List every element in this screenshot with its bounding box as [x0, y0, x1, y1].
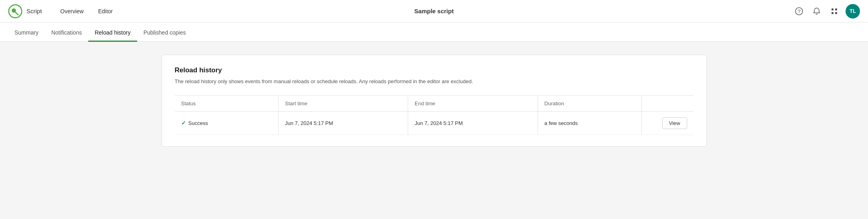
- notifications-bell-button[interactable]: [810, 5, 823, 18]
- cell-start-time: Jun 7, 2024 5:17 PM: [278, 111, 408, 135]
- reload-history-table: Status Start time End time Duration ✓ Su…: [175, 95, 694, 135]
- col-header-status: Status: [175, 95, 279, 111]
- view-button[interactable]: View: [662, 117, 687, 129]
- app-type-label: Script: [26, 8, 42, 14]
- svg-rect-6: [835, 8, 837, 10]
- col-header-end-time: End time: [408, 95, 538, 111]
- svg-rect-7: [832, 12, 834, 14]
- cell-end-time: Jun 7, 2024 5:17 PM: [408, 111, 538, 135]
- tab-published-copies[interactable]: Published copies: [137, 25, 192, 42]
- cell-status: ✓ Success: [175, 111, 279, 135]
- description-text: The reload history only shows events fro…: [175, 78, 473, 84]
- help-button[interactable]: ?: [793, 5, 805, 18]
- cell-duration: a few seconds: [538, 111, 641, 135]
- logo-area: Script: [8, 4, 42, 18]
- user-avatar[interactable]: TL: [846, 4, 860, 18]
- cell-action: View: [641, 111, 693, 135]
- main-content: Reload history The reload history only s…: [0, 42, 868, 219]
- success-check-icon: ✓: [181, 120, 186, 126]
- col-header-duration: Duration: [538, 95, 641, 111]
- header-nav: Overview Editor: [54, 5, 119, 18]
- svg-rect-8: [835, 12, 837, 14]
- app-header: Script Overview Editor Sample script ?: [0, 0, 868, 23]
- card-title: Reload history: [175, 66, 694, 74]
- col-header-start-time: Start time: [278, 95, 408, 111]
- qlik-logo: [8, 4, 22, 18]
- nav-item-editor[interactable]: Editor: [92, 5, 119, 18]
- svg-rect-5: [832, 8, 834, 10]
- table-header: Status Start time End time Duration: [175, 95, 694, 111]
- svg-line-2: [15, 12, 18, 14]
- header-actions: ? TL: [793, 4, 860, 18]
- tab-notifications[interactable]: Notifications: [45, 25, 88, 42]
- status-text: Success: [188, 120, 208, 126]
- reload-history-card: Reload history The reload history only s…: [162, 55, 707, 147]
- tab-reload-history[interactable]: Reload history: [88, 25, 137, 42]
- svg-text:?: ?: [798, 9, 801, 14]
- page-title: Sample script: [414, 8, 453, 14]
- tabs-bar: Summary Notifications Reload history Pub…: [0, 23, 868, 42]
- col-header-action: [641, 95, 693, 111]
- card-description: The reload history only shows events fro…: [175, 78, 694, 86]
- table-body: ✓ Success Jun 7, 2024 5:17 PM Jun 7, 202…: [175, 111, 694, 135]
- apps-grid-button[interactable]: [828, 5, 841, 18]
- table-row: ✓ Success Jun 7, 2024 5:17 PM Jun 7, 202…: [175, 111, 694, 135]
- tab-summary[interactable]: Summary: [8, 25, 45, 42]
- nav-item-overview[interactable]: Overview: [54, 5, 90, 18]
